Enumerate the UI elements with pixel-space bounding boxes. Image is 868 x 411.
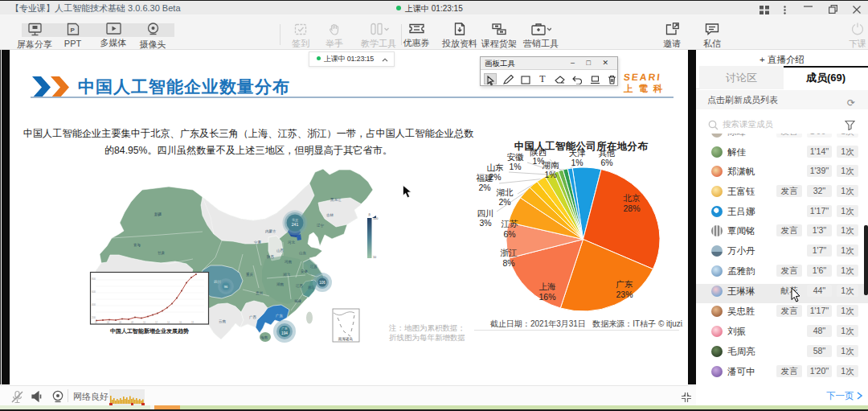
- svg-text:江苏: 江苏: [310, 265, 318, 269]
- svg-text:安徽: 安徽: [507, 152, 525, 162]
- svg-text:2%: 2%: [489, 172, 501, 182]
- svg-text:甘肃: 甘肃: [158, 251, 166, 255]
- svg-text:湖北: 湖北: [283, 273, 291, 277]
- svg-text:湖南: 湖南: [542, 160, 560, 170]
- svg-text:重庆: 重庆: [246, 272, 254, 277]
- svg-text:1%: 1%: [544, 170, 556, 179]
- svg-text:多: 多: [368, 213, 371, 216]
- svg-text:河北: 河北: [288, 240, 296, 245]
- svg-text:广西: 广西: [249, 314, 257, 319]
- svg-text:南海诸岛: 南海诸岛: [338, 337, 353, 341]
- svg-text:四川: 四川: [477, 208, 494, 218]
- svg-text:2%: 2%: [478, 183, 490, 192]
- svg-text:安徽: 安徽: [301, 269, 309, 273]
- svg-text:云南: 云南: [219, 319, 227, 323]
- svg-text:600: 600: [92, 290, 96, 294]
- svg-text:10: 10: [373, 256, 376, 259]
- svg-text:新疆: 新疆: [154, 212, 162, 216]
- svg-text:800: 800: [92, 277, 96, 281]
- svg-text:28%: 28%: [623, 203, 640, 213]
- svg-text:山东: 山东: [299, 251, 307, 255]
- svg-text:内蒙古: 内蒙古: [265, 229, 276, 233]
- svg-text:3%: 3%: [479, 218, 491, 228]
- svg-text:青海: 青海: [133, 243, 141, 247]
- svg-text:400: 400: [92, 303, 96, 306]
- svg-text:16%: 16%: [538, 292, 555, 302]
- svg-text:辽宁: 辽宁: [317, 223, 325, 228]
- svg-text:截止日期：2021年3月31日 数据来源：IT桔子 ©: 截止日期：2021年3月31日 数据来源：IT桔子 © itjuzi.com: [489, 319, 683, 328]
- svg-text:8%: 8%: [502, 258, 514, 268]
- svg-text:23%: 23%: [616, 290, 633, 299]
- svg-text:1%: 1%: [509, 162, 521, 171]
- svg-text:湖南: 湖南: [276, 282, 285, 286]
- svg-text:陕西: 陕西: [267, 254, 275, 259]
- svg-text:江西: 江西: [296, 283, 304, 288]
- svg-text:194: 194: [281, 331, 288, 335]
- svg-text:福建: 福建: [294, 299, 302, 303]
- svg-text:广东: 广东: [616, 279, 633, 289]
- svg-text:江苏: 江苏: [502, 219, 519, 228]
- svg-text:广东: 广东: [281, 327, 288, 331]
- svg-text:中国人工智能新增企业发展趋势: 中国人工智能新增企业发展趋势: [110, 327, 189, 335]
- svg-text:6%: 6%: [600, 158, 612, 167]
- svg-text:96: 96: [224, 285, 228, 289]
- svg-text:山西: 山西: [276, 248, 285, 253]
- svg-text:河南: 河南: [285, 260, 293, 264]
- svg-text:上海: 上海: [539, 282, 557, 291]
- svg-text:北京: 北京: [623, 193, 641, 203]
- svg-text:241: 241: [292, 222, 299, 227]
- svg-text:湖北: 湖北: [497, 187, 514, 197]
- svg-text:海南: 海南: [260, 335, 268, 339]
- svg-text:黑龙江: 黑龙江: [330, 198, 342, 202]
- svg-text:广东: 广东: [276, 314, 284, 318]
- svg-text:浙江: 浙江: [501, 248, 518, 257]
- svg-text:P: P: [70, 27, 75, 34]
- svg-text:200: 200: [92, 316, 96, 319]
- svg-text:天津: 天津: [569, 148, 587, 158]
- svg-text:贵州: 贵州: [256, 291, 263, 295]
- svg-text:吉林: 吉林: [326, 213, 334, 217]
- svg-text:山东: 山东: [487, 162, 504, 172]
- svg-text:6%: 6%: [503, 229, 515, 239]
- svg-text:宁夏: 宁夏: [254, 240, 262, 245]
- svg-text:其他: 其他: [599, 148, 616, 158]
- svg-text:106: 106: [319, 281, 326, 285]
- svg-text:1%: 1%: [571, 158, 583, 167]
- svg-text:2%: 2%: [498, 197, 510, 207]
